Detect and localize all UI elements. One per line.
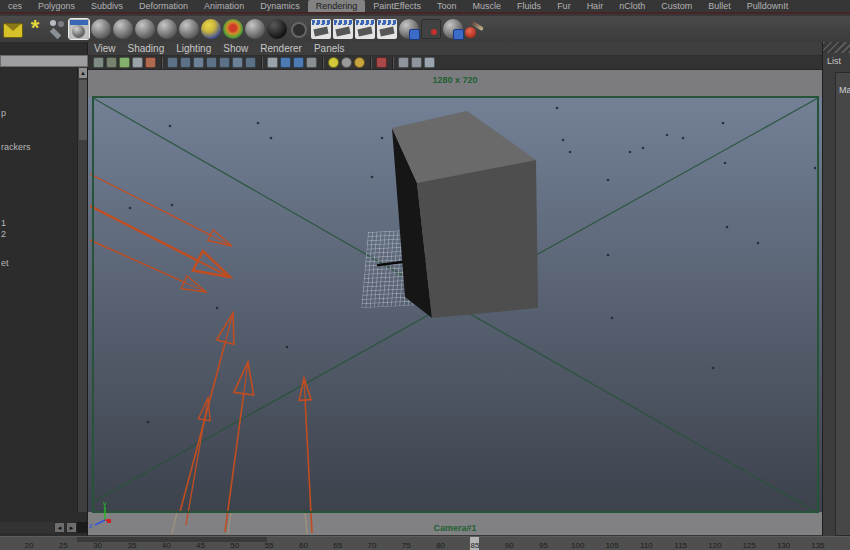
shelf-tab-ces[interactable]: ces — [0, 0, 30, 12]
isolate-select-icon[interactable] — [376, 57, 387, 68]
tracking-marker-dot[interactable] — [726, 226, 729, 229]
tracking-marker-dot[interactable] — [607, 254, 610, 257]
resolution-gate-icon[interactable] — [193, 57, 204, 68]
shaderball-ramp-icon[interactable] — [223, 19, 243, 39]
shaderball-icon-6[interactable] — [245, 19, 265, 39]
shelf-tab-dynamics[interactable]: Dynamics — [252, 0, 308, 12]
frame-tick-135[interactable]: 135 — [811, 541, 824, 550]
frame-tick-100[interactable]: 100 — [571, 541, 584, 550]
frame-tick-30[interactable]: 30 — [93, 541, 102, 550]
light-link-icon[interactable] — [47, 19, 67, 39]
shelf-tab-fluids[interactable]: Fluids — [509, 0, 549, 12]
shelf-tab-animation[interactable]: Animation — [196, 0, 252, 12]
tracking-marker-dot[interactable] — [611, 317, 614, 320]
shelf-tab-ncloth[interactable]: nCloth — [611, 0, 653, 12]
field-chart-icon[interactable] — [219, 57, 230, 68]
shelf-tab-subdivs[interactable]: Subdivs — [83, 0, 131, 12]
tracking-marker-dot[interactable] — [381, 137, 384, 140]
shaderball-black-icon[interactable] — [267, 19, 287, 39]
frame-tick-70[interactable]: 70 — [368, 541, 377, 550]
shelf-tab-muscle[interactable]: Muscle — [465, 0, 510, 12]
shaderball-color-icon[interactable] — [201, 19, 221, 39]
scroll-left-button[interactable]: ◄ — [54, 522, 65, 533]
shaderball-icon-2[interactable] — [113, 19, 133, 39]
shelf-tab-rendering[interactable]: Rendering — [308, 0, 366, 12]
frame-tick-95[interactable]: 95 — [539, 541, 548, 550]
shaderball-icon-1[interactable] — [91, 19, 111, 39]
lit-mode-icon[interactable] — [293, 57, 304, 68]
envelope-icon[interactable] — [3, 23, 23, 38]
batch-render-icon[interactable] — [421, 19, 441, 39]
viewport-menu-view[interactable]: View — [94, 43, 116, 54]
outliner-header-bar[interactable] — [0, 55, 88, 67]
outliner-item[interactable]: et — [1, 258, 9, 268]
viewport-menu-panels[interactable]: Panels — [314, 43, 345, 54]
paint-brush-icon[interactable] — [465, 19, 485, 39]
shaderball-blue-icon-1[interactable] — [399, 19, 419, 39]
shelf-tab-hair[interactable]: Hair — [579, 0, 612, 12]
shaderball-icon-4[interactable] — [157, 19, 177, 39]
outliner-item[interactable]: 2 — [1, 229, 6, 239]
tracking-marker-dot[interactable] — [562, 139, 565, 142]
shelf-tab-bullet[interactable]: Bullet — [700, 0, 739, 12]
tracking-marker-dot[interactable] — [682, 137, 685, 140]
frame-tick-40[interactable]: 40 — [162, 541, 171, 550]
default-light-icon[interactable] — [328, 57, 339, 68]
cube-front-face[interactable] — [417, 160, 538, 318]
safe-title-icon[interactable] — [245, 57, 256, 68]
fill-mode-icon[interactable] — [267, 57, 278, 68]
frame-tick-35[interactable]: 35 — [127, 541, 136, 550]
shaderball-icon-3[interactable] — [135, 19, 155, 39]
tracking-marker-dot[interactable] — [216, 307, 219, 310]
outliner-item[interactable]: rackers — [1, 142, 31, 152]
tracking-marker-dot[interactable] — [257, 122, 260, 125]
outliner-item[interactable]: p — [1, 108, 6, 118]
shelf-tab-polygons[interactable]: Polygons — [30, 0, 83, 12]
tracking-marker-dot[interactable] — [666, 134, 669, 137]
xray-icon[interactable] — [306, 57, 317, 68]
tracking-marker-dot[interactable] — [607, 179, 610, 182]
camera-viewport[interactable]: yz1280 x 720Camera#1 — [88, 70, 822, 535]
frame-tick-20[interactable]: 20 — [25, 541, 34, 550]
tracking-marker-dot[interactable] — [129, 207, 132, 210]
lock-camera-icon[interactable] — [106, 57, 117, 68]
frame-tick-50[interactable]: 50 — [230, 541, 239, 550]
bookmark-icon[interactable] — [132, 57, 143, 68]
viewport-menu-show[interactable]: Show — [223, 43, 248, 54]
frame-tick-55[interactable]: 55 — [265, 541, 274, 550]
frame-tick-105[interactable]: 105 — [605, 541, 618, 550]
viewport-menu-renderer[interactable]: Renderer — [260, 43, 302, 54]
frame-tick-85[interactable]: 85 — [470, 541, 479, 550]
shelf-tab-painteffects[interactable]: PaintEffects — [365, 0, 429, 12]
shaderball-selected-icon[interactable] — [69, 19, 89, 39]
all-lights-icon[interactable] — [354, 57, 365, 68]
frame-tick-125[interactable]: 125 — [743, 541, 756, 550]
time-slider[interactable]: 2025303540455055606570758085909510010511… — [0, 536, 850, 550]
frame-tick-90[interactable]: 90 — [505, 541, 514, 550]
shelf-tab-fur[interactable]: Fur — [549, 0, 579, 12]
tracking-marker-dot[interactable] — [757, 242, 760, 245]
tracking-marker-dot[interactable] — [286, 346, 289, 349]
clapperboard-icon-3[interactable] — [355, 19, 375, 39]
asterisk-icon[interactable]: * — [25, 19, 45, 39]
tracking-marker-dot[interactable] — [712, 367, 715, 370]
frame-tick-130[interactable]: 130 — [777, 541, 790, 550]
outliner-item[interactable]: 1 — [1, 218, 6, 228]
frame-tick-65[interactable]: 65 — [333, 541, 342, 550]
scene-light-icon[interactable] — [341, 57, 352, 68]
shelf-tab-pulldownit[interactable]: PulldownIt — [739, 0, 797, 12]
list-menu[interactable]: List — [827, 56, 841, 66]
safe-action-icon[interactable] — [232, 57, 243, 68]
viewport-menu-lighting[interactable]: Lighting — [176, 43, 211, 54]
tracking-marker-dot[interactable] — [642, 147, 645, 150]
plugin-shading-icon[interactable] — [411, 57, 422, 68]
materials-tab-label[interactable]: Ma — [839, 85, 850, 95]
outliner-horizontal-scrollbar[interactable]: ◄ ► — [0, 522, 88, 533]
panel-drag-handle[interactable] — [823, 42, 850, 53]
ring-icon[interactable] — [291, 22, 307, 38]
tracking-marker-dot[interactable] — [724, 162, 727, 165]
shelf-tab-deformation[interactable]: Deformation — [131, 0, 196, 12]
tracking-marker-dot[interactable] — [169, 125, 172, 128]
gate-mask-icon[interactable] — [206, 57, 217, 68]
tracking-marker-dot[interactable] — [569, 151, 572, 154]
